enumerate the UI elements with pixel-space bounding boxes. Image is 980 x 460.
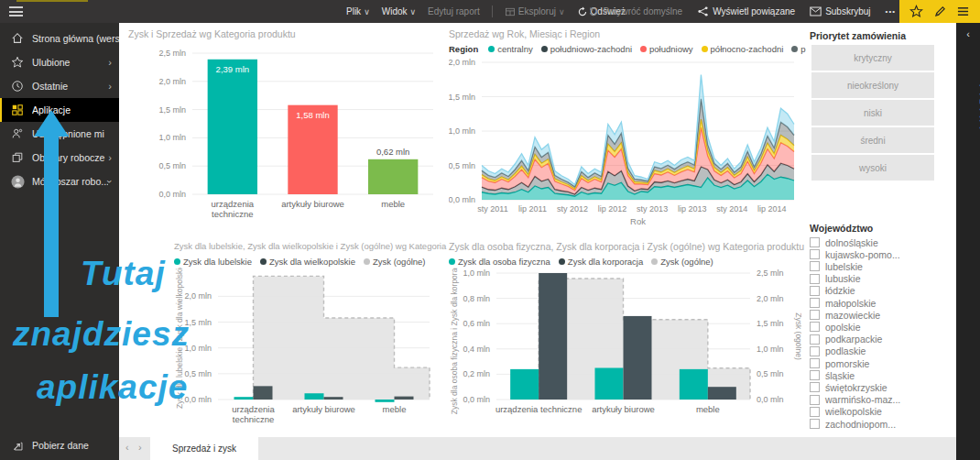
checkbox[interactable] bbox=[810, 370, 820, 380]
legend-item[interactable]: południowy bbox=[640, 44, 693, 54]
checkbox[interactable] bbox=[810, 334, 820, 345]
legend-item[interactable]: centralny bbox=[488, 44, 533, 54]
bar-Zysk dla korporacja[interactable] bbox=[708, 387, 736, 400]
chart-text: 0,62 mln bbox=[376, 147, 409, 157]
bar-Zysk dla osoba fizyczna[interactable] bbox=[680, 369, 708, 400]
voivodeship-checkbox-row[interactable]: świętokrzyskie bbox=[810, 381, 887, 393]
voivodeship-checkbox-row[interactable]: łódzkie bbox=[810, 285, 855, 297]
voivodeship-checkbox-row[interactable]: lubuskie bbox=[810, 273, 861, 285]
checkbox[interactable] bbox=[810, 395, 820, 405]
chart-text: 1,5 mln bbox=[757, 319, 784, 328]
checkbox[interactable] bbox=[810, 237, 820, 247]
legend-item[interactable]: południowo-zachodni bbox=[541, 44, 632, 54]
menu-view[interactable]: Widok∨ bbox=[382, 6, 416, 16]
priority-option-button[interactable]: krytyczny bbox=[811, 45, 934, 71]
step-area-Zysk (ogólne)[interactable] bbox=[254, 276, 430, 400]
filters-strip-label[interactable]: FILTRY bbox=[964, 54, 980, 164]
bar-Zysk dla osoba fizyczna[interactable] bbox=[595, 368, 624, 400]
voivodeship-checkbox-row[interactable]: podkarpackie bbox=[810, 334, 882, 345]
voivodeship-checkbox-row[interactable]: lubelskie bbox=[810, 260, 863, 272]
bar-Zysk dla lubelskie[interactable] bbox=[376, 400, 395, 402]
bar-Zysk dla korporacja[interactable] bbox=[539, 273, 567, 400]
bar[interactable] bbox=[368, 159, 418, 194]
voivodeship-checkbox-row[interactable]: mazowieckie bbox=[810, 309, 880, 321]
voivodeship-checkbox-row[interactable]: warmińsko-maz... bbox=[810, 394, 900, 406]
voivodeship-checkbox-row[interactable]: kujawsko-pomo... bbox=[810, 248, 900, 260]
collapse-filters-button[interactable]: ‹ bbox=[956, 28, 980, 39]
checkbox[interactable] bbox=[810, 382, 820, 392]
more-options-button[interactable]: ••• bbox=[886, 7, 896, 16]
sidebar-item-my-workspace[interactable]: Mój obszar robo... › bbox=[0, 170, 119, 193]
checkbox[interactable] bbox=[810, 286, 820, 296]
checkbox[interactable] bbox=[810, 358, 820, 368]
checkbox[interactable] bbox=[810, 407, 820, 417]
chart-text: 2,0 mln bbox=[757, 294, 784, 303]
checkbox[interactable] bbox=[810, 419, 820, 429]
bar[interactable] bbox=[208, 60, 257, 194]
annotation-text-line3: aplikacje bbox=[37, 368, 188, 407]
star-icon[interactable] bbox=[909, 5, 923, 18]
view-related-button[interactable]: Wyświetl powiązane bbox=[697, 5, 795, 17]
voivodeship-checkbox-row[interactable]: podlaskie bbox=[810, 345, 866, 357]
checkbox[interactable] bbox=[810, 346, 820, 356]
prev-page-arrow[interactable]: ‹ bbox=[125, 442, 129, 453]
legend-item[interactable]: Zysk (ogólne) bbox=[364, 257, 426, 267]
get-data-button[interactable]: Pobierz dane bbox=[0, 435, 119, 455]
checkbox[interactable] bbox=[810, 322, 820, 332]
legend-item[interactable]: Zysk dla wielkopolskie bbox=[260, 257, 355, 267]
legend-item[interactable]: Zysk dla lubelskie bbox=[174, 257, 252, 267]
bar-Zysk dla wielkopolskie[interactable] bbox=[254, 386, 273, 400]
checkbox[interactable] bbox=[810, 274, 820, 284]
checkbox[interactable] bbox=[810, 310, 820, 320]
subscribe-button[interactable]: Subskrybuj bbox=[810, 6, 870, 16]
bar-Zysk dla lubelskie[interactable] bbox=[305, 393, 324, 400]
sidebar-item-home[interactable]: Strona główna (wersja za... bbox=[0, 27, 119, 50]
checkbox-label: małopolskie bbox=[825, 298, 876, 309]
sidebar-item-workspaces[interactable]: Obszary robocze › bbox=[0, 146, 119, 170]
voivodeship-checkbox-row[interactable]: opolskie bbox=[810, 321, 861, 333]
chart-text: Zysk (ogólne) bbox=[794, 312, 801, 360]
sidebar-item-recent[interactable]: Ostatnie › bbox=[0, 74, 119, 98]
checkbox[interactable] bbox=[810, 249, 820, 259]
chart-text: sty 2011 bbox=[477, 204, 507, 214]
priority-option-button[interactable]: wysoki bbox=[811, 155, 934, 181]
chevron-down-icon: › bbox=[104, 180, 115, 183]
legend-dot bbox=[260, 258, 267, 265]
chart-text: 2,39 mln bbox=[216, 64, 249, 74]
bar-Zysk dla wielkopolskie[interactable] bbox=[395, 397, 414, 400]
sidebar-item-favorites[interactable]: Ulubione › bbox=[0, 50, 119, 74]
voivodeship-checkbox-row[interactable]: małopolskie bbox=[810, 297, 876, 309]
voivodeship-checkbox-row[interactable]: wielkopolskie bbox=[810, 406, 882, 418]
pencil-icon[interactable] bbox=[933, 5, 947, 18]
voivodeship-checkbox-row[interactable]: zachodniopom... bbox=[810, 418, 896, 430]
checkbox[interactable] bbox=[810, 261, 820, 271]
legend-item[interactable]: Zysk (ogólne) bbox=[651, 257, 713, 267]
menu-file[interactable]: Plik∨ bbox=[346, 6, 370, 16]
chart-text: 2,5 mln bbox=[158, 49, 186, 58]
bar-Zysk dla korporacja[interactable] bbox=[624, 316, 652, 400]
priority-option-button[interactable]: niski bbox=[811, 100, 934, 126]
combo-chart[interactable]: 0,0 mln0,2 mln0,4 mln0,6 mln0,8 mln1,0 m… bbox=[449, 268, 801, 436]
hamburger-menu-icon[interactable] bbox=[9, 6, 23, 16]
annotation-mark bbox=[16, 0, 88, 2]
bar-chart[interactable]: 0,0 mln0,5 mln1,0 mln1,5 mln2,0 mln2,5 m… bbox=[128, 42, 444, 235]
checkbox[interactable] bbox=[810, 298, 820, 308]
legend-item[interactable]: Zysk dla korporacja bbox=[559, 257, 643, 267]
voivodeship-checkbox-row[interactable]: śląskie bbox=[810, 369, 855, 381]
bar-Zysk dla wielkopolskie[interactable] bbox=[324, 397, 343, 400]
stacked-area-chart[interactable]: 0,0 mln0,5 mln1,0 mln1,5 mln2,0 mlnsty 2… bbox=[449, 55, 801, 233]
voivodeship-checkbox-row[interactable]: pomorskie bbox=[810, 357, 869, 369]
report-page-tab[interactable]: Sprzedaż i zysk bbox=[150, 437, 258, 460]
priority-option-button[interactable]: średni bbox=[811, 127, 934, 153]
voivodeship-checkbox-row[interactable]: dolnośląskie bbox=[810, 236, 878, 248]
priority-option-button[interactable]: nieokreślony bbox=[811, 72, 934, 98]
bar-Zysk dla lubelskie[interactable] bbox=[234, 397, 254, 400]
annotation-arrow-shaft bbox=[44, 136, 59, 317]
chart-text: meble bbox=[383, 404, 407, 414]
next-page-arrow[interactable]: › bbox=[138, 442, 142, 453]
legend-item[interactable]: Zysk dla osoba fizyczna bbox=[449, 257, 550, 267]
combo-chart[interactable]: 0,0 mln0,5 mln1,0 mln1,5 mln2,0 mlnurząd… bbox=[174, 268, 444, 436]
legend-item[interactable]: północno-zachodni bbox=[702, 44, 784, 54]
bar-Zysk dla osoba fizyczna[interactable] bbox=[510, 369, 539, 400]
list-icon[interactable] bbox=[956, 5, 970, 17]
